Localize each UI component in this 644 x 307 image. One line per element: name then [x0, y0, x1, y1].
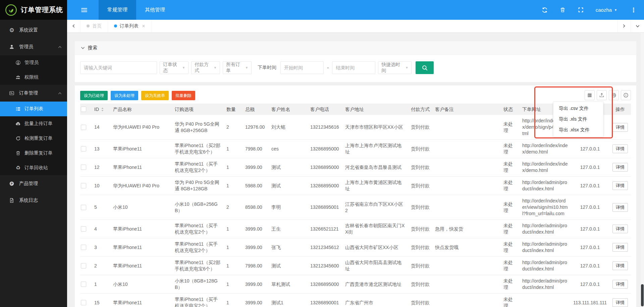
tab-dot	[87, 24, 90, 27]
detail-button[interactable]: 详情	[612, 243, 628, 252]
sidebar-item-batch-upload-orders[interactable]: 批量上传订单	[0, 116, 67, 131]
select-value: 付款方式	[195, 62, 211, 74]
row-checkbox[interactable]	[81, 183, 86, 188]
order-status-select[interactable]: 订单状态▼	[160, 61, 189, 74]
detail-button[interactable]: 详情	[612, 225, 628, 233]
sidebar-item-order-management[interactable]: 订单管理	[0, 85, 67, 102]
cell-url: http://order/admin/product/index.html	[520, 257, 571, 275]
cell-name: 测试	[269, 177, 308, 195]
detail-button[interactable]: 详情	[612, 280, 628, 289]
print-icon[interactable]	[609, 90, 619, 100]
cell-url: http://order/admin/product/index.html	[520, 220, 571, 238]
more-menu-icon[interactable]: ⋮	[629, 6, 639, 14]
chevron-up-icon	[58, 45, 62, 49]
export-menu-item[interactable]: 导出 .xlsx 文件	[553, 125, 603, 135]
end-time-input[interactable]	[332, 61, 375, 74]
info-icon[interactable]	[621, 90, 631, 100]
collapse-sidebar-icon[interactable]	[76, 0, 92, 20]
sidebar-item-admin[interactable]: 管理员	[0, 55, 67, 70]
cell-product: 小米10	[110, 195, 172, 220]
collapse-panel-icon	[81, 46, 85, 50]
topnav-tab-other-management[interactable]: 其他管理	[136, 0, 174, 20]
tabs-scroll-left-icon[interactable]	[67, 20, 80, 32]
sidebar-item-permission-group[interactable]: 权限组	[0, 70, 67, 85]
topnav-tab-regular-management[interactable]: 常规管理	[99, 0, 136, 20]
cell-name: 李明	[269, 195, 308, 220]
table-row: 14华为HUAWEI P40 Pro华为 P40 Pro 5G全网通 8GB+2…	[80, 115, 631, 140]
sidebar-item-system-settings[interactable]: ⚙系统设置	[0, 22, 67, 39]
cell-ip: 127.0.0.1	[571, 275, 609, 294]
detail-button[interactable]: 详情	[612, 123, 628, 132]
cell-id: 5	[92, 195, 110, 220]
cell-ip: 127.0.0.1	[571, 177, 609, 195]
columns-icon[interactable]	[585, 90, 595, 100]
row-checkbox[interactable]	[81, 125, 86, 130]
sidebar-item-check-duplicate-orders[interactable]: 检测重复订单	[0, 131, 67, 146]
table-row: 13苹果iPhone11苹果iPhone11（买2部手机送充电宝6个）17998…	[80, 140, 631, 158]
row-checkbox[interactable]	[81, 146, 86, 151]
cell-total: 3999.00	[243, 220, 269, 238]
fullscreen-icon[interactable]	[578, 7, 584, 13]
keyword-input[interactable]	[80, 61, 157, 74]
export-menu-item[interactable]: 导出 .csv 文件	[553, 103, 603, 114]
detail-button[interactable]: 详情	[612, 261, 628, 270]
sidebar-item-admin-group[interactable]: 管理员	[0, 39, 67, 55]
sidebar-item-label: 权限组	[24, 74, 62, 80]
user-menu[interactable]: caozha ▼	[596, 7, 617, 13]
scrollbar-thumb[interactable]	[641, 284, 644, 306]
row-checkbox[interactable]	[81, 205, 86, 210]
sidebar-item-system-log[interactable]: 系统日志	[0, 192, 67, 209]
start-time-input[interactable]	[280, 61, 324, 74]
tabs-scroll-right-icon[interactable]	[617, 20, 631, 32]
export-icon[interactable]	[597, 90, 607, 100]
set-invalid-button[interactable]: 设为无效单	[141, 91, 169, 100]
sidebar-item-delete-duplicate-orders[interactable]: 删除重复订单	[0, 146, 67, 161]
sidebar-item-order-recycle-bin[interactable]: ♻订单回收站	[0, 161, 67, 175]
app-logo[interactable]: 订单管理系统	[0, 0, 67, 20]
quick-time-select[interactable]: 快捷选时间▼	[378, 61, 412, 74]
cell-url: http://order/index/index/demo.html	[520, 158, 571, 177]
tab-label: 首页	[92, 23, 102, 29]
row-checkbox[interactable]	[81, 263, 86, 268]
svg-text:P: P	[11, 182, 13, 185]
row-checkbox[interactable]	[81, 282, 86, 287]
select-value: 所有订单	[226, 62, 243, 74]
cell-ip: 127.0.0.1	[571, 140, 609, 158]
user-circle-icon	[15, 60, 21, 65]
detail-button[interactable]: 详情	[612, 144, 628, 153]
cell-phone: 13286895001	[308, 195, 342, 220]
detail-button[interactable]: 详情	[612, 181, 628, 190]
page-tab-home[interactable]: 首页	[80, 20, 108, 32]
row-checkbox[interactable]	[81, 165, 86, 170]
sidebar-item-order-list[interactable]: 订单列表	[0, 102, 67, 116]
page-tab-order-list[interactable]: 订单列表✕	[108, 20, 152, 32]
select-all-checkbox[interactable]	[81, 107, 86, 112]
export-menu-item[interactable]: 导出 .xls 文件	[553, 114, 603, 125]
order-scope-select[interactable]: 所有订单▼	[223, 61, 252, 74]
row-checkbox[interactable]	[81, 245, 86, 250]
tabs-menu-icon[interactable]	[631, 20, 644, 32]
column-header-phone: 客户电话	[308, 104, 342, 115]
search-panel-header[interactable]: 搜索	[75, 41, 636, 55]
set-unprocessed-button[interactable]: 设为未处理	[111, 91, 138, 100]
detail-button[interactable]: 详情	[612, 163, 628, 172]
scrollbar-track[interactable]	[641, 33, 644, 307]
row-checkbox[interactable]	[81, 300, 86, 305]
trash-icon[interactable]	[559, 7, 566, 13]
sidebar-item-label: 管理员	[19, 44, 58, 50]
row-checkbox[interactable]	[81, 226, 86, 232]
pay-method-select[interactable]: 付款方式▼	[191, 61, 220, 74]
batch-delete-button[interactable]: 批量删除	[172, 91, 195, 100]
cell-qty: 1	[224, 220, 243, 238]
search-button[interactable]	[416, 61, 434, 74]
detail-button[interactable]: 详情	[612, 203, 628, 212]
cell-remark: 急用，快发货	[432, 220, 501, 238]
detail-button[interactable]: 详情	[612, 298, 628, 307]
sort-icon[interactable]	[101, 107, 104, 112]
close-icon[interactable]: ✕	[142, 24, 145, 28]
sidebar-item-product-management[interactable]: P产品管理	[0, 175, 67, 192]
refresh-icon[interactable]	[541, 7, 548, 13]
time-range-dash: -	[327, 65, 329, 71]
table-row: 12苹果iPhone11苹果iPhone11（买手机送充电宝2个）13999.0…	[80, 158, 631, 177]
set-processed-button[interactable]: 设为已处理	[80, 91, 108, 100]
